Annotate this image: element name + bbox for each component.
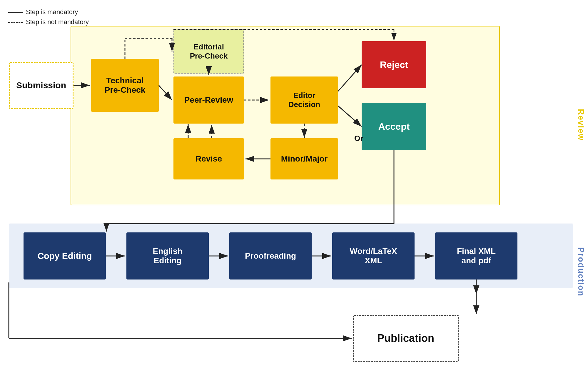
legend-not-mandatory-label: Step is not mandatory [26,18,89,26]
accept-box: Accept [362,103,426,150]
revise-box: Revise [173,138,244,179]
reject-box: Reject [362,41,426,88]
word-latex-box: Word/LaTeX XML [332,232,415,279]
tech-precheck-box: Technical Pre-Check [91,59,159,112]
or-label: Or [354,134,363,143]
editor-decision-box: Editor Decision [270,76,338,124]
diagram-container: Step is mandatory Step is not mandatory … [0,0,588,376]
publication-box: Publication [353,315,459,362]
proofreading-box: Proofreading [229,232,312,279]
legend-mandatory: Step is mandatory [8,8,89,16]
dashed-line-icon [8,22,23,23]
submission-box: Submission [9,62,74,109]
legend: Step is mandatory Step is not mandatory [8,8,89,26]
minor-major-box: Minor/Major [270,138,338,179]
legend-mandatory-label: Step is mandatory [26,8,78,16]
review-section-label: Review [576,109,586,141]
peer-review-box: Peer-Review [173,76,244,124]
legend-not-mandatory: Step is not mandatory [8,18,89,26]
editorial-precheck-box: Editorial Pre-Check [173,29,244,74]
copy-editing-box: Copy Editing [24,232,106,279]
final-xml-box: Final XML and pdf [435,232,517,279]
english-editing-box: English Editing [126,232,209,279]
solid-line-icon [8,12,23,13]
production-section-label: Production [576,247,586,297]
